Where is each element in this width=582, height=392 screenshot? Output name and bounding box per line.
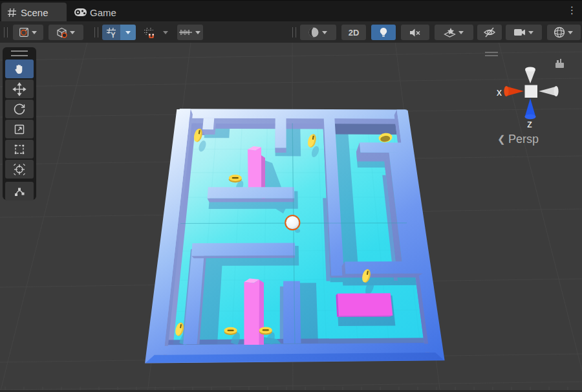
svg-text:Persp: Persp (508, 133, 539, 146)
svg-text:x: x (497, 87, 502, 98)
svg-text:z: z (527, 118, 532, 129)
svg-text:❮: ❮ (497, 133, 506, 145)
svg-text:Y: Y (111, 31, 115, 38)
